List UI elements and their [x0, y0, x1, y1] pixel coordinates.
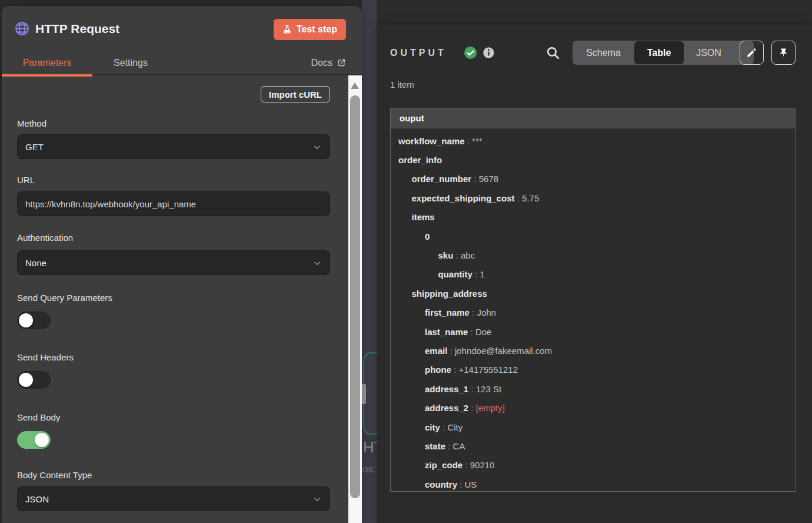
send-body-toggle[interactable]: [17, 431, 51, 449]
row-separator: :: [445, 441, 453, 451]
table-row: phone : +14175551212: [391, 360, 795, 379]
row-key: shipping_address: [412, 289, 487, 299]
send-headers-label: Send Headers: [17, 352, 74, 362]
item-count: 1 item: [390, 80, 414, 90]
authentication-select[interactable]: None: [17, 250, 330, 275]
url-input[interactable]: https://kvhn8n.top/webhook/your_api_name: [17, 191, 330, 216]
node-header: HTTP Request Test step: [2, 6, 362, 50]
method-label: Method: [17, 118, 46, 128]
row-value: johndoe@fakeemail.com: [455, 346, 552, 356]
row-separator: :: [447, 346, 455, 356]
row-key: sku: [438, 250, 454, 260]
test-step-button[interactable]: Test step: [274, 19, 346, 40]
chevron-down-icon: [312, 494, 322, 505]
row-key: phone: [425, 365, 451, 375]
docs-label: Docs: [311, 58, 332, 68]
success-check-icon: [464, 46, 477, 59]
row-key: last_name: [425, 327, 468, 337]
row-key: order_number: [412, 174, 472, 184]
row-separator: :: [451, 365, 459, 375]
row-key: state: [425, 441, 445, 451]
scrollbar-thumb[interactable]: [350, 95, 360, 498]
tab-settings[interactable]: Settings: [106, 50, 155, 75]
body-content-type-select[interactable]: JSON: [17, 486, 330, 511]
import-curl-button[interactable]: Import cURL: [261, 86, 330, 102]
row-key: address_2: [425, 403, 468, 413]
row-separator: :: [515, 193, 523, 203]
row-value: John: [477, 307, 496, 317]
row-separator: :: [462, 460, 470, 470]
row-value: abc: [461, 250, 475, 260]
row-value: Doe: [475, 327, 492, 337]
table-row: quantity : 1: [391, 265, 795, 284]
row-key: email: [425, 346, 447, 356]
table-row: expected_shipping_cost : 5.75: [391, 188, 795, 207]
row-key: zip_code: [425, 460, 462, 470]
table-row: country : US: [391, 475, 795, 492]
table-row: email : johndoe@fakeemail.com: [391, 341, 795, 360]
row-key: 0: [425, 231, 430, 241]
table-row: workflow_name : ***: [391, 131, 795, 150]
table-row: order_number : 5678: [391, 170, 795, 188]
panel-scrollbar[interactable]: [348, 75, 362, 523]
test-step-label: Test step: [297, 24, 337, 35]
row-value: 5.75: [522, 193, 539, 203]
tab-parameters[interactable]: Parameters: [2, 50, 92, 75]
scrollbar-up-arrow[interactable]: [351, 82, 359, 89]
external-link-icon: [337, 58, 346, 67]
row-key: quantity: [438, 269, 472, 279]
row-key: order_info: [398, 155, 442, 165]
pin-output-button[interactable]: [771, 41, 796, 65]
chevron-down-icon: [312, 142, 322, 153]
url-value: https://kvhn8n.top/webhook/your_api_name: [25, 199, 196, 209]
row-key: expected_shipping_cost: [412, 193, 515, 203]
row-key: country: [425, 479, 457, 489]
edit-output-button[interactable]: [740, 41, 764, 65]
row-key: address_1: [425, 384, 468, 394]
method-value: GET: [25, 142, 44, 152]
body-content-type-label: Body Content Type: [17, 470, 92, 480]
row-separator: :: [465, 136, 472, 146]
output-title: OUTPUT: [390, 48, 447, 58]
send-query-parameters-label: Send Query Parameters: [17, 293, 112, 303]
row-value: 5678: [479, 174, 498, 184]
chevron-down-icon: [312, 258, 322, 269]
row-value: City: [447, 422, 462, 432]
parameters-form: Import cURL Method GET URL https://kvhn8…: [2, 77, 348, 523]
docs-link[interactable]: Docs: [311, 50, 346, 75]
row-separator: :: [468, 327, 475, 337]
node-tab-bar: Parameters Settings Docs: [2, 50, 362, 75]
table-row: first_name : John: [391, 303, 795, 322]
table-row: 0: [391, 227, 795, 246]
view-tab-table[interactable]: Table: [634, 41, 684, 64]
background-node-subtitle: os:: [362, 464, 376, 475]
node-title: HTTP Request: [35, 22, 119, 36]
method-select[interactable]: GET: [17, 134, 330, 159]
search-icon[interactable]: [545, 45, 560, 60]
row-separator: :: [453, 250, 461, 260]
background-node-handle: [362, 384, 366, 404]
url-label: URL: [17, 175, 35, 185]
table-row: address_2 : [empty]: [391, 398, 795, 417]
row-value: 123 St: [476, 384, 501, 394]
globe-icon: [14, 21, 30, 37]
toggle-knob: [19, 373, 33, 387]
table-row: state : CA: [391, 436, 795, 455]
table-row: last_name : Doe: [391, 322, 795, 341]
row-separator: :: [468, 403, 476, 413]
row-separator: :: [440, 422, 448, 432]
send-body-label: Send Body: [17, 412, 60, 422]
row-value: ***: [472, 136, 482, 146]
view-tab-json[interactable]: JSON: [684, 41, 734, 65]
table-row: order_info: [391, 150, 795, 169]
row-value: CA: [453, 441, 465, 451]
row-key: items: [412, 212, 435, 222]
node-settings-panel: HTTP Request Test step Parameters Settin…: [2, 6, 362, 523]
info-icon[interactable]: [482, 47, 495, 59]
row-key: city: [425, 422, 440, 432]
output-table: ouput workflow_name : *** order_info ord…: [390, 108, 796, 492]
send-headers-toggle[interactable]: [17, 371, 51, 389]
send-query-parameters-toggle[interactable]: [17, 312, 51, 329]
body-content-type-value: JSON: [25, 494, 49, 504]
view-tab-schema[interactable]: Schema: [573, 41, 634, 65]
